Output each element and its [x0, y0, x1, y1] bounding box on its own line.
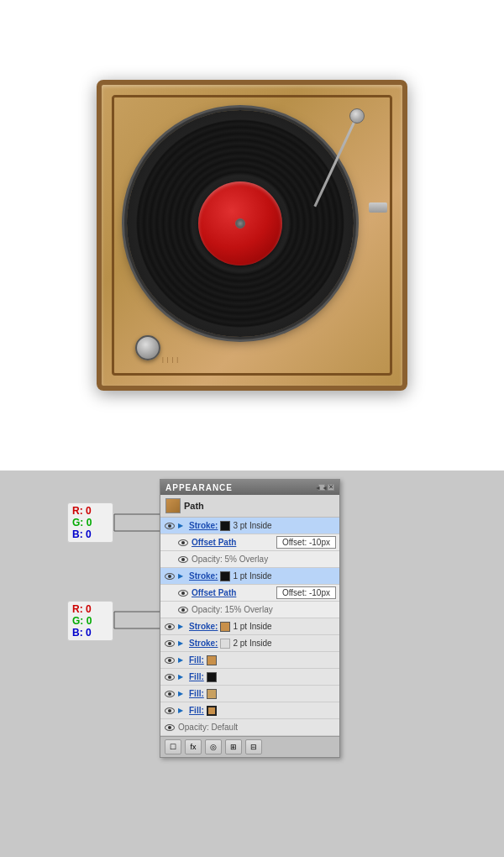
eye-icon-8[interactable] — [164, 639, 176, 648]
stroke-swatch-4[interactable] — [220, 639, 230, 649]
opacity-label-1: Opacity: 5% Overlay — [192, 555, 268, 564]
eye-icon-7[interactable] — [164, 623, 176, 631]
vinyl-center — [235, 218, 245, 229]
fill-label-1[interactable]: Fill: — [189, 655, 204, 665]
vinyl-label — [198, 181, 282, 266]
rgb-box-group-2: R: 0 G: 0 B: 0 — [67, 601, 113, 648]
arrow-icon-1: ▶ — [178, 522, 186, 529]
arrow-icon-5: ▶ — [178, 656, 186, 664]
new-layer-btn[interactable]: ☐ — [165, 739, 181, 754]
stroke-value-2: 1 pt Inside — [233, 571, 271, 581]
panel-controls: ◄◄ ✕ — [318, 484, 334, 491]
opacity-default-label: Opacity: Default — [178, 723, 238, 732]
eye-icon-12[interactable] — [164, 707, 176, 715]
top-section: | | | | — [0, 0, 504, 471]
stroke-row-2: ▶ Stroke: 1 pt Inside — [160, 568, 339, 585]
stroke-value-4: 2 pt Inside — [233, 639, 271, 648]
stroke-label-4[interactable]: Stroke: — [189, 639, 218, 648]
stroke-label-3[interactable]: Stroke: — [189, 622, 218, 631]
fill-label-2[interactable]: Fill: — [189, 672, 204, 681]
rgb-box-group-1: R: 0 G: 0 B: 0 — [67, 502, 113, 549]
b-value-1: B: 0 — [72, 528, 108, 540]
stroke-label-2[interactable]: Stroke: — [189, 571, 218, 581]
volume-knob — [135, 335, 160, 360]
offset-path-row-2: Offset Path Offset: -10px — [160, 585, 339, 602]
arrow-icon-2: ▶ — [178, 572, 186, 580]
copy-btn[interactable]: ◎ — [205, 739, 222, 754]
panel-collapse-btn[interactable]: ◄◄ — [318, 484, 325, 491]
add-btn[interactable]: ⊞ — [225, 739, 242, 754]
offset-path-label-1[interactable]: Offset Path — [192, 538, 236, 547]
stroke-swatch-3[interactable] — [220, 622, 230, 632]
eye-icon-10[interactable] — [164, 673, 176, 681]
eye-icon-5[interactable] — [177, 589, 189, 597]
fill-swatch-4[interactable] — [207, 706, 217, 716]
offset-value-1: Offset: -10px — [276, 536, 336, 549]
stroke-row-1: ▶ Stroke: 3 pt Inside — [160, 518, 339, 534]
volume-marks: | | | | — [162, 356, 179, 362]
stroke-value-3: 1 pt Inside — [233, 622, 271, 631]
bottom-section: R: 0 G: 0 B: 0 R: 0 G: 0 B: 0 APPEARANCE… — [0, 471, 504, 857]
turntable-frame: | | | | — [97, 80, 407, 391]
path-thumbnail — [165, 498, 181, 513]
offset-path-row-1: Offset Path Offset: -10px — [160, 534, 339, 551]
offset-value-2: Offset: -10px — [276, 586, 336, 599]
g-value-2: G: 0 — [72, 615, 108, 627]
fill-row-4: ▶ Fill: — [160, 702, 339, 719]
fill-row-1: ▶ Fill: — [160, 652, 339, 669]
fill-swatch-1[interactable] — [207, 655, 217, 665]
eye-icon-2[interactable] — [177, 539, 189, 547]
eye-icon-3[interactable] — [177, 555, 189, 564]
panel-title: APPEARANCE — [165, 483, 233, 492]
tonearm-head — [369, 202, 387, 213]
stroke-row-4: ▶ Stroke: 2 pt Inside — [160, 635, 339, 652]
arrow-icon-6: ▶ — [178, 673, 186, 681]
delete-btn[interactable]: ⊟ — [245, 739, 262, 754]
r-value-1: R: 0 — [72, 505, 108, 517]
opacity-label-2: Opacity: 15% Overlay — [192, 605, 273, 614]
eye-icon-4[interactable] — [164, 572, 176, 581]
opacity-row-1: Opacity: 5% Overlay — [160, 551, 339, 568]
stroke-label-1[interactable]: Stroke: — [189, 521, 218, 530]
eye-icon-11[interactable] — [164, 690, 176, 698]
g-value-1: G: 0 — [72, 517, 108, 528]
arrow-icon-8: ▶ — [178, 707, 186, 714]
r-value-2: R: 0 — [72, 603, 108, 615]
fill-row-3: ▶ Fill: — [160, 686, 339, 702]
path-title: Path — [184, 501, 204, 511]
stroke-swatch-2[interactable] — [220, 571, 230, 581]
fill-swatch-3[interactable] — [207, 689, 217, 699]
opacity-row-2: Opacity: 15% Overlay — [160, 602, 339, 618]
fill-label-4[interactable]: Fill: — [189, 706, 204, 715]
eye-icon-9[interactable] — [164, 656, 176, 665]
rgb-box-1: R: 0 G: 0 B: 0 — [67, 502, 113, 543]
panel-close-btn[interactable]: ✕ — [328, 484, 334, 491]
eye-icon-13[interactable] — [164, 723, 176, 732]
appearance-panel: APPEARANCE ◄◄ ✕ Path ▶ Stroke: 3 pt I — [160, 479, 340, 758]
b-value-2: B: 0 — [72, 627, 108, 639]
panel-toolbar: ☐ fx ◎ ⊞ ⊟ — [160, 736, 339, 757]
offset-path-label-2[interactable]: Offset Path — [192, 588, 236, 597]
tonearm-pivot — [349, 108, 365, 124]
vinyl-record — [127, 110, 354, 337]
fill-swatch-2[interactable] — [207, 672, 217, 682]
panel-content: Path ▶ Stroke: 3 pt Inside Offset Path O… — [160, 495, 339, 736]
arrow-icon-7: ▶ — [178, 690, 186, 697]
opacity-default-row: Opacity: Default — [160, 719, 339, 736]
arrow-icon-3: ▶ — [178, 623, 186, 630]
eye-icon-6[interactable] — [177, 606, 189, 614]
fill-label-3[interactable]: Fill: — [189, 689, 204, 698]
fx-btn[interactable]: fx — [185, 739, 202, 754]
rgb-box-2: R: 0 G: 0 B: 0 — [67, 601, 113, 641]
fill-row-2: ▶ Fill: — [160, 669, 339, 686]
arrow-icon-4: ▶ — [178, 639, 186, 647]
panel-titlebar: APPEARANCE ◄◄ ✕ — [160, 480, 339, 495]
path-header-row: Path — [160, 495, 339, 518]
stroke-value-1: 3 pt Inside — [233, 521, 271, 530]
stroke-row-3: ▶ Stroke: 1 pt Inside — [160, 618, 339, 635]
eye-icon-1[interactable] — [164, 522, 176, 530]
stroke-swatch-1[interactable] — [220, 521, 230, 531]
